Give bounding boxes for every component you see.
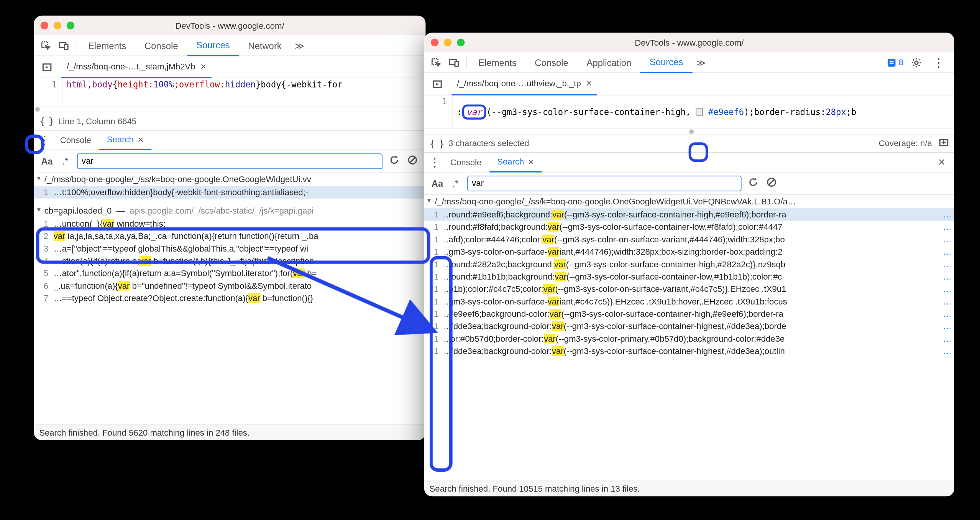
pretty-print-icon[interactable]: { } <box>430 137 443 149</box>
drawer-tab-console[interactable]: Console <box>52 130 99 150</box>
inspect-icon[interactable] <box>36 36 55 55</box>
code-line[interactable]: html,body{height:100%;overflow:hidden}bo… <box>62 78 346 106</box>
result-file-header[interactable]: cb=gapi.loaded_0 — apis.google.com/_/scs… <box>34 204 426 217</box>
result-line-number: 1 <box>424 321 444 331</box>
minimap[interactable] <box>34 106 426 112</box>
result-line[interactable]: 1..round:#f8fafd;background:var(--gm3-sy… <box>424 221 954 233</box>
result-line[interactable]: 3…a=["object"==typeof globalThis&&global… <box>34 242 426 255</box>
search-results[interactable]: /_/mss/boq-one-google/_/ss/k=boq-one-goo… <box>424 194 954 481</box>
result-line[interactable]: 2var ia,ja,la,sa,ta,xa,ya,Ba;_.ca=functi… <box>34 230 426 242</box>
drawer-tab-console[interactable]: Console <box>443 153 489 172</box>
drawer-tab-search[interactable]: Search × <box>489 153 542 172</box>
ellipsis-icon: … <box>941 321 954 331</box>
result-line[interactable]: 1..#dde3ea;background-color:var(--gm3-sy… <box>424 345 954 357</box>
result-line[interactable]: 1..#e9eef6;background-color:var(--gm3-sy… <box>424 308 954 320</box>
show-navigator-icon[interactable] <box>38 58 56 76</box>
result-file-header[interactable]: /_/mss/boq-one-google/_/ss/k=boq-one-goo… <box>34 173 426 186</box>
search-bar: Aa .* <box>34 150 426 173</box>
pretty-print-icon[interactable]: { } <box>39 115 53 127</box>
close-drawer-tab-icon[interactable]: × <box>138 134 143 145</box>
result-line-text: ..lor:#0b57d0;border-color:var(--gm3-sys… <box>444 334 941 344</box>
ellipsis-icon: … <box>941 309 954 319</box>
show-navigator-icon[interactable] <box>428 75 446 93</box>
result-line[interactable]: 1..gm3-sys-color-on-surface-variant,#444… <box>424 245 954 258</box>
issues-badge[interactable]: 8 <box>886 56 903 68</box>
device-toggle-icon[interactable] <box>445 53 463 72</box>
result-line[interactable]: 4…ction(a){if(a)return a;var b=function(… <box>34 255 426 267</box>
file-tab-label: /_/mss/boq-one-…uthview,_b,_tp <box>457 78 581 88</box>
more-menu-icon[interactable]: ⋮ <box>929 53 948 72</box>
code-line[interactable]: :var(--gm3-sys-color-surface-container-h… <box>453 95 860 128</box>
device-toggle-icon[interactable] <box>55 36 73 55</box>
code-editor[interactable]: 1 :var(--gm3-sys-color-surface-container… <box>424 95 954 128</box>
result-line-number: 1 <box>34 219 54 229</box>
result-line[interactable]: 1..afd);color:#444746;color:var(--gm3-sy… <box>424 233 954 245</box>
file-tab[interactable]: /_/mss/boq-one-…t,_stam,jMb2Vb × <box>61 56 212 78</box>
regex-icon[interactable]: .* <box>59 156 72 166</box>
match-case-icon[interactable]: Aa <box>41 156 54 166</box>
close-drawer-tab-icon[interactable]: × <box>528 156 534 167</box>
result-line[interactable]: 6_.ua=function(a){var b="undefined"!=typ… <box>34 280 426 292</box>
result-line[interactable]: 1..round:#1b1b1b;background:var(--gm3-sy… <box>424 270 954 283</box>
result-line[interactable]: 1..gm3-sys-color-on-surface-variant,#c4c… <box>424 295 954 308</box>
tab-overflow[interactable]: ≫ <box>291 35 309 56</box>
result-line[interactable]: 1 …t:100%;overflow:hidden}body{-webkit-f… <box>34 186 426 198</box>
tab-elements[interactable]: Elements <box>469 52 525 72</box>
result-line-text: ..gm3-sys-color-on-surface-variant,#c4c7… <box>444 296 941 306</box>
file-tab[interactable]: /_/mss/boq-one-…uthview,_b,_tp × <box>451 73 597 95</box>
search-input[interactable] <box>467 175 741 191</box>
result-line[interactable]: 1..round:#e9eef6;background:var(--gm3-sy… <box>424 208 954 221</box>
clear-icon[interactable] <box>406 155 419 167</box>
inspect-icon[interactable] <box>427 53 445 72</box>
drawer-menu-icon[interactable]: ⋮ <box>427 155 443 169</box>
minimap[interactable] <box>424 128 954 135</box>
match-case-icon[interactable]: Aa <box>431 178 444 188</box>
result-line[interactable]: 1..b1b);color:#c4c7c5;color:var(--gm3-sy… <box>424 283 954 295</box>
search-input[interactable] <box>77 153 382 169</box>
refresh-icon[interactable] <box>388 155 401 167</box>
result-line-number: 1 <box>424 247 444 257</box>
minimap-marker <box>35 107 40 112</box>
drawer-menu-icon[interactable]: ⋮ <box>36 133 52 147</box>
result-line[interactable]: 1…unction(_){var window=this; <box>34 217 426 230</box>
tab-application[interactable]: Application <box>578 52 640 72</box>
search-results[interactable]: /_/mss/boq-one-google/_/ss/k=boq-one-goo… <box>34 173 426 425</box>
clear-icon[interactable] <box>765 177 778 189</box>
result-line-text: …unction(_){var window=this; <box>54 219 426 229</box>
svg-rect-11 <box>890 63 893 64</box>
settings-icon[interactable] <box>907 53 926 72</box>
tab-elements[interactable]: Elements <box>79 35 135 56</box>
result-line-text: …a=["object"==typeof globalThis&&globalT… <box>54 244 426 253</box>
close-tab-icon[interactable]: × <box>586 78 592 89</box>
result-line-text: var ia,ja,la,sa,ta,xa,ya,Ba;_.ca=functio… <box>54 231 426 241</box>
result-line[interactable]: 5…ator",function(a){if(a)return a;a=Symb… <box>34 267 426 280</box>
regex-icon[interactable]: .* <box>449 178 462 188</box>
result-line[interactable]: 1..lor:#0b57d0;border-color:var(--gm3-sy… <box>424 332 954 345</box>
result-line-number: 1 <box>424 222 444 232</box>
line-gutter: 1 <box>424 95 453 128</box>
result-line-text: ..#dde3ea;background-color:var(--gm3-sys… <box>444 321 941 331</box>
separator <box>76 39 77 51</box>
coverage-icon[interactable] <box>939 137 949 150</box>
refresh-icon[interactable] <box>747 177 760 189</box>
tab-console[interactable]: Console <box>135 35 187 56</box>
color-swatch-icon[interactable] <box>696 108 703 115</box>
tab-console[interactable]: Console <box>526 52 578 72</box>
ellipsis-icon: … <box>941 346 954 356</box>
close-drawer-icon[interactable]: × <box>932 155 952 169</box>
tab-sources[interactable]: Sources <box>187 35 239 56</box>
result-file-header[interactable]: /_/mss/boq-one-google/_/ss/k=boq-one-goo… <box>424 194 954 208</box>
result-line[interactable]: 1..#dde3ea;background-color:var(--gm3-sy… <box>424 320 954 332</box>
close-tab-icon[interactable]: × <box>200 61 206 72</box>
line-gutter: 1 <box>34 78 63 106</box>
tab-overflow[interactable]: ≫ <box>692 52 710 72</box>
code-editor[interactable]: 1 html,body{height:100%;overflow:hidden}… <box>34 78 426 106</box>
cursor-position: Line 1, Column 6645 <box>58 116 136 126</box>
result-line-text: _.ua=function(a){var b="undefined"!=type… <box>54 281 426 291</box>
tab-network[interactable]: Network <box>239 35 291 56</box>
drawer-tab-search[interactable]: Search × <box>99 130 151 150</box>
result-line[interactable]: 1..round:#282a2c;background:var(--gm3-sy… <box>424 258 954 270</box>
result-line[interactable]: 7…==typeof Object.create?Object.create:f… <box>34 292 426 304</box>
tab-sources[interactable]: Sources <box>640 52 692 72</box>
result-line-number: 1 <box>424 234 444 244</box>
